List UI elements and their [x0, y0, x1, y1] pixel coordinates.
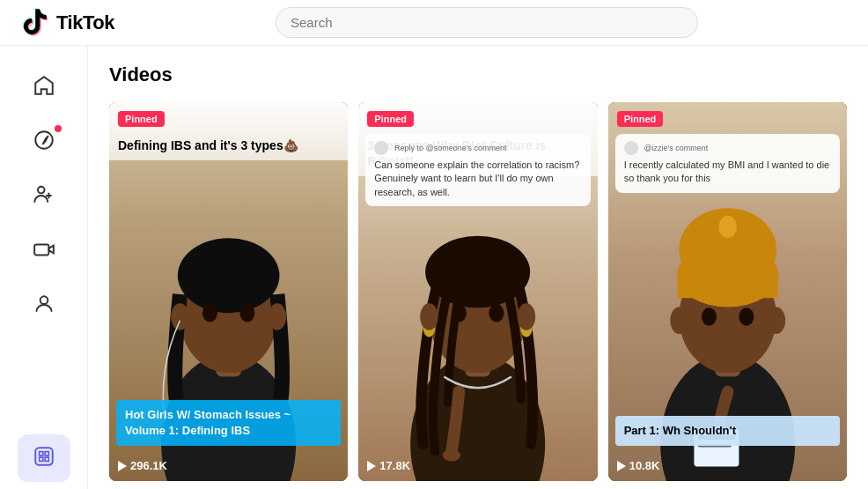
live-icon — [33, 238, 55, 264]
following-icon — [33, 183, 55, 210]
section-title: Videos — [109, 63, 847, 86]
pinned-badge-2: Pinned — [367, 111, 414, 127]
svg-point-32 — [767, 307, 784, 334]
main-layout: Videos — [0, 46, 868, 489]
svg-rect-2 — [34, 245, 48, 256]
pinned-badge-3: Pinned — [617, 111, 664, 127]
svg-point-31 — [670, 307, 688, 334]
comment-username: Reply to @someone's comment — [394, 144, 506, 152]
svg-point-1 — [37, 187, 44, 194]
sidebar — [0, 46, 88, 489]
notification-dot — [55, 125, 62, 132]
svg-point-9 — [171, 303, 188, 330]
svg-rect-29 — [677, 275, 777, 298]
video-bottom-title-3: Part 1: Wh Shouldn't — [615, 416, 840, 446]
svg-point-33 — [702, 307, 717, 325]
play-count-value-2: 17.8K — [379, 459, 410, 472]
person-svg-2 — [358, 159, 597, 482]
svg-point-11 — [202, 304, 217, 322]
tiktok-logo-icon — [18, 7, 49, 39]
search-input[interactable] — [276, 7, 698, 38]
search-input-wrapper — [276, 7, 698, 38]
svg-point-22 — [489, 304, 504, 322]
header: TikTok — [0, 0, 868, 46]
logo-area: TikTok — [18, 7, 123, 39]
play-count-3: 10.8K — [617, 459, 660, 472]
activity-icon — [33, 445, 55, 471]
svg-point-12 — [239, 304, 254, 322]
svg-point-10 — [268, 303, 286, 330]
video-bottom-title-1: Hot Girls W/ Stomach Issues ~ Volume 1: … — [116, 400, 341, 446]
profile-icon — [33, 293, 55, 319]
sidebar-item-following[interactable] — [18, 173, 70, 220]
play-icon-3 — [617, 461, 626, 471]
svg-point-21 — [452, 304, 467, 322]
comment-overlay-2: Reply to @someone's comment Can someone … — [365, 134, 590, 206]
search-bar — [123, 7, 850, 38]
comment-text: Can someone explain the correlation to r… — [374, 159, 581, 199]
svg-point-19 — [421, 303, 438, 330]
content-area: Videos — [88, 46, 868, 489]
svg-point-34 — [739, 307, 754, 325]
sidebar-item-explore[interactable] — [18, 118, 70, 166]
sidebar-item-activity[interactable] — [18, 434, 70, 482]
play-count-1: 296.1K — [118, 459, 167, 472]
svg-rect-4 — [35, 448, 53, 465]
comment-username-3: @izzie's comment — [644, 144, 708, 152]
sidebar-item-home[interactable] — [18, 63, 70, 111]
video-card-3[interactable]: Pinned @izzie's comment I recently calcu… — [608, 102, 847, 481]
play-icon-2 — [367, 461, 376, 471]
svg-point-30 — [718, 215, 736, 238]
pinned-badge-1: Pinned — [118, 111, 165, 127]
sidebar-item-profile[interactable] — [18, 282, 70, 330]
sidebar-item-live[interactable] — [18, 227, 70, 275]
home-icon — [33, 74, 55, 100]
compass-icon — [33, 129, 55, 155]
comment-overlay-3: @izzie's comment I recently calculated m… — [615, 134, 840, 193]
video-card-2[interactable]: Pinned 3 Reasons Why D!et Culture is R@c… — [358, 102, 597, 481]
svg-point-20 — [518, 303, 535, 330]
play-count-2: 17.8K — [367, 459, 410, 472]
play-count-value-3: 10.8K — [629, 459, 660, 472]
comment-header: Reply to @someone's comment — [374, 141, 581, 155]
svg-point-3 — [40, 296, 48, 304]
comment-avatar — [374, 141, 388, 155]
svg-point-23 — [443, 448, 460, 461]
logo-text: TikTok — [56, 11, 114, 34]
videos-grid: Pinned Defining IBS and it's 3 types💩 Ho… — [109, 102, 847, 481]
svg-point-16 — [425, 235, 530, 307]
play-count-value-1: 296.1K — [130, 459, 167, 472]
comment-header-3: @izzie's comment — [624, 141, 831, 155]
comment-avatar-3 — [624, 141, 638, 155]
comment-text-3: I recently calculated my BMI and I wante… — [624, 159, 831, 186]
video-card-1[interactable]: Pinned Defining IBS and it's 3 types💩 Ho… — [109, 102, 348, 481]
svg-point-8 — [178, 238, 280, 313]
play-icon-1 — [118, 461, 127, 471]
